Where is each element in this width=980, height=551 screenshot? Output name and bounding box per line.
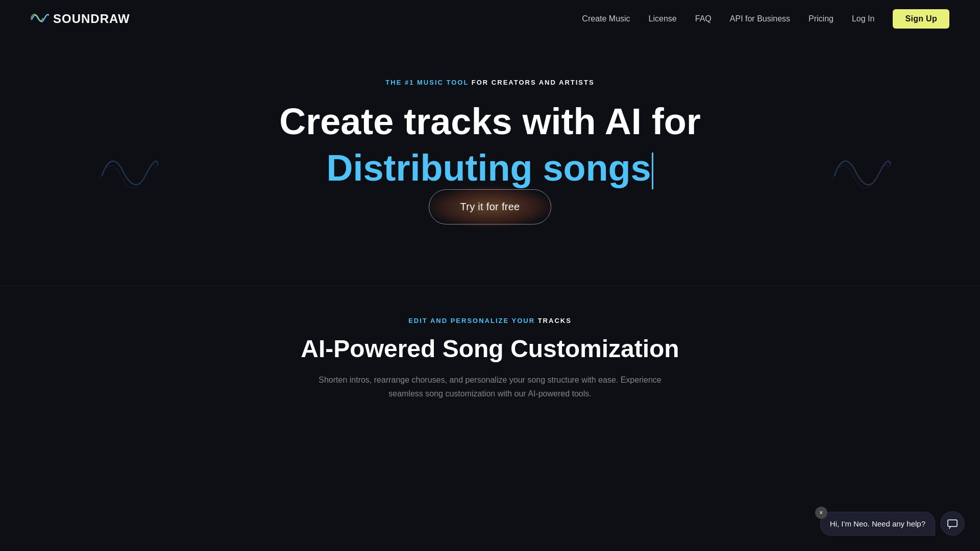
- nav-login[interactable]: Log In: [852, 14, 874, 23]
- chat-bubble-wrapper: × Hi, I'm Neo. Need any help?: [820, 512, 935, 536]
- hero-subtitle-white: FOR CREATORS AND ARTISTS: [472, 79, 595, 86]
- chat-widget: × Hi, I'm Neo. Need any help?: [820, 511, 965, 536]
- hero-section: THE #1 MUSIC TOOL FOR CREATORS AND ARTIS…: [0, 38, 980, 286]
- bottom-description: Shorten intros, rearrange choruses, and …: [311, 373, 669, 400]
- nav-license[interactable]: License: [649, 14, 677, 23]
- bottom-title: AI-Powered Song Customization: [20, 335, 960, 363]
- wave-decoration-left: [97, 150, 158, 193]
- wave-decoration-right: [829, 150, 891, 193]
- logo-text: SOUNDRAW: [53, 12, 130, 26]
- hero-title-line1: Create tracks with AI for: [279, 101, 701, 143]
- nav-faq[interactable]: FAQ: [695, 14, 712, 23]
- chat-icon: [947, 518, 958, 529]
- svg-rect-0: [948, 520, 957, 527]
- try-button-wrapper: Try it for free: [429, 189, 551, 224]
- hero-subtitle: THE #1 MUSIC TOOL FOR CREATORS AND ARTIS…: [385, 79, 594, 86]
- logo[interactable]: SOUNDRAW: [31, 10, 130, 28]
- hero-title-line2-text: Distributing songs: [327, 147, 651, 188]
- signup-button[interactable]: Sign Up: [893, 9, 949, 29]
- chat-icon-button[interactable]: [940, 511, 965, 536]
- nav-pricing[interactable]: Pricing: [808, 14, 834, 23]
- hero-title-animated: Distributing songs: [327, 147, 654, 188]
- try-free-button[interactable]: Try it for free: [429, 189, 551, 224]
- hero-subtitle-colored: THE #1 MUSIC TOOL: [385, 79, 471, 86]
- bottom-subtitle: EDIT AND PERSONALIZE YOUR TRACKS: [20, 317, 960, 324]
- bottom-subtitle-white: TRACKS: [538, 317, 572, 324]
- navbar: SOUNDRAW Create Music License FAQ API fo…: [0, 0, 980, 38]
- bottom-subtitle-colored: EDIT AND PERSONALIZE YOUR: [408, 317, 538, 324]
- bottom-section: EDIT AND PERSONALIZE YOUR TRACKS AI-Powe…: [0, 286, 980, 411]
- cursor-blink: [652, 153, 653, 189]
- nav-links: Create Music License FAQ API for Busines…: [582, 9, 949, 29]
- chat-close-button[interactable]: ×: [815, 507, 827, 519]
- chat-message-bubble: Hi, I'm Neo. Need any help?: [820, 512, 935, 536]
- nav-create-music[interactable]: Create Music: [582, 14, 630, 23]
- nav-api-business[interactable]: API for Business: [730, 14, 790, 23]
- hero-title-line2-wrapper: Distributing songs: [327, 147, 654, 189]
- logo-icon: [31, 10, 49, 28]
